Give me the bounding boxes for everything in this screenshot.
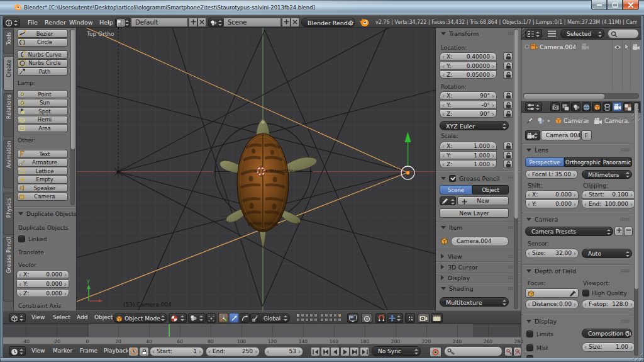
grease-pencil-panel-header[interactable]: Grease Pencil: [441, 174, 499, 182]
rotation-y-field[interactable]: Y:-0°: [440, 101, 497, 109]
lock-to-scene-button[interactable]: [347, 313, 358, 323]
layer-toggle[interactable]: [296, 318, 300, 322]
location-z-field[interactable]: Z:0.05000: [440, 71, 497, 79]
add-point-lamp-button[interactable]: Point: [17, 90, 68, 98]
focal-length-field[interactable]: Focal L: 35.00: [525, 170, 578, 179]
lock-scale-y-button[interactable]: [503, 151, 513, 159]
draw-size-field[interactable]: Size: 1.00: [582, 342, 635, 352]
layer-toggle[interactable]: [329, 318, 333, 322]
layer-toggle[interactable]: [338, 314, 341, 317]
scale-y-field[interactable]: Y:1.000: [440, 151, 497, 159]
close-button[interactable]: [623, 0, 639, 10]
view-panel-header[interactable]: View: [441, 253, 462, 260]
breadcrumb-data-label[interactable]: Camera.: [604, 117, 630, 124]
translate-manipulator-button[interactable]: [229, 313, 239, 323]
grease-pencil-checkbox[interactable]: [449, 175, 456, 182]
scrollbar-thumb[interactable]: [635, 103, 638, 289]
renderability-camera-icon[interactable]: [632, 44, 640, 50]
add-spot-lamp-button[interactable]: Spot: [17, 107, 68, 115]
panel-grip[interactable]: [621, 149, 630, 152]
manipulate-center-points-toggle[interactable]: [206, 313, 216, 323]
gp-scene-toggle[interactable]: Scene: [440, 185, 472, 195]
scale-x-field[interactable]: X:1.000: [440, 142, 497, 150]
outliner-hscrollbar[interactable]: [523, 93, 639, 99]
add-text-button[interactable]: Text: [17, 150, 68, 158]
area-corner-grip[interactable]: [522, 28, 530, 37]
cursor-panel-header[interactable]: 3D Cursor: [441, 264, 478, 271]
tab-world[interactable]: [582, 102, 591, 111]
sync-mode-dropdown[interactable]: No Sync: [372, 346, 421, 356]
layer-toggle[interactable]: [329, 314, 333, 317]
screen-layout-name-field[interactable]: Default: [131, 18, 188, 27]
sensor-fit-dropdown[interactable]: Auto: [582, 249, 632, 258]
remove-preset-button[interactable]: [624, 227, 633, 236]
outliner-search-field[interactable]: [608, 29, 639, 38]
add-preset-button[interactable]: [614, 227, 623, 236]
menu-view[interactable]: View: [31, 314, 45, 320]
gp-new-button[interactable]: New: [457, 196, 509, 205]
tab-grease-pencil[interactable]: Grease Pencil: [3, 237, 13, 302]
add-area-lamp-button[interactable]: Area: [17, 124, 68, 132]
sensor-checkbox[interactable]: [526, 355, 533, 358]
lock-location-x-button[interactable]: [503, 52, 513, 60]
lock-rotation-x-button[interactable]: [503, 91, 513, 99]
tab-scene[interactable]: [571, 102, 580, 111]
rotation-z-field[interactable]: Z:90°: [440, 110, 497, 118]
selectability-cursor-icon[interactable]: [625, 43, 630, 50]
lock-scale-x-button[interactable]: [503, 142, 513, 150]
maximize-button[interactable]: [607, 0, 623, 10]
preview-range-button[interactable]: [128, 347, 138, 356]
lock-location-y-button[interactable]: [503, 62, 513, 70]
limits-checkbox[interactable]: [526, 331, 533, 337]
lens-orthographic-button[interactable]: Orthographic: [564, 157, 602, 167]
gp-object-toggle[interactable]: Object: [472, 185, 509, 195]
timeline-current-frame-cursor[interactable]: [169, 324, 170, 337]
play-reverse-button[interactable]: [330, 347, 340, 356]
lock-location-z-button[interactable]: [503, 71, 513, 79]
layer-toggle[interactable]: [314, 314, 318, 317]
delete-keyframe-button[interactable]: [513, 347, 521, 356]
display-panel-header[interactable]: Display: [441, 274, 470, 281]
menu-marker[interactable]: Marker: [53, 348, 72, 354]
auto-keyframe-button[interactable]: [430, 347, 441, 357]
layer-toggle[interactable]: [301, 314, 304, 317]
rotate-manipulator-button[interactable]: [240, 313, 250, 323]
insert-keyframe-button[interactable]: [504, 347, 513, 356]
selected-camera-widget[interactable]: [401, 132, 414, 179]
lens-perspective-button[interactable]: Perspective: [525, 157, 564, 167]
timeline-editor[interactable]: -40 -20 0 20 40 60 80 100 120 140 160 18…: [3, 324, 521, 344]
add-scene-button[interactable]: [282, 18, 291, 27]
jump-to-start-button[interactable]: [311, 347, 320, 356]
shift-x-field[interactable]: X: 0.000: [525, 190, 579, 199]
layer-toggle[interactable]: [320, 314, 324, 317]
add-circle-button[interactable]: Circle: [17, 38, 68, 47]
datablock-icon[interactable]: [537, 117, 545, 125]
layers-widget-right[interactable]: [320, 314, 343, 322]
layer-toggle[interactable]: [314, 318, 318, 322]
outliner-item-label[interactable]: Camera.004: [540, 43, 576, 50]
vector-z-field[interactable]: Z: 0.000: [16, 289, 69, 297]
layers-widget-left[interactable]: [296, 314, 319, 322]
add-lattice-button[interactable]: Lattice: [17, 167, 68, 175]
scale-z-field[interactable]: Z:1.000: [440, 160, 497, 168]
add-camera-button[interactable]: Camera: [17, 193, 68, 201]
titlebar[interactable]: Blender* [C:\Users\utente\Desktop\artico…: [0, 0, 644, 15]
panel-grip[interactable]: [621, 320, 630, 323]
add-nurbs-circle-button[interactable]: Nurbs Circle: [17, 59, 68, 67]
delete-layout-button[interactable]: [197, 18, 206, 27]
frame-end-field[interactable]: End: 250: [206, 347, 260, 356]
layer-toggle[interactable]: [309, 314, 313, 317]
lens-unit-dropdown[interactable]: Millimeters: [582, 170, 632, 179]
snap-element-dropdown[interactable]: [387, 313, 403, 323]
composition-guides-dropdown[interactable]: Composition Gu: [582, 329, 632, 338]
lens-panel-header[interactable]: Lens: [526, 147, 548, 154]
scrollbar-thumb[interactable]: [524, 94, 604, 99]
properties-scrollbar[interactable]: [634, 103, 638, 356]
filter-menu-icon[interactable]: [548, 30, 556, 37]
add-speaker-button[interactable]: Speaker: [17, 184, 68, 192]
npanel-scrollbar[interactable]: [514, 29, 518, 309]
rotation-mode-dropdown[interactable]: XYZ Euler: [440, 121, 509, 130]
tab-animation[interactable]: Animation: [3, 140, 13, 188]
item-name-field[interactable]: Camera.004: [451, 237, 509, 246]
lock-time-button[interactable]: [139, 347, 149, 356]
